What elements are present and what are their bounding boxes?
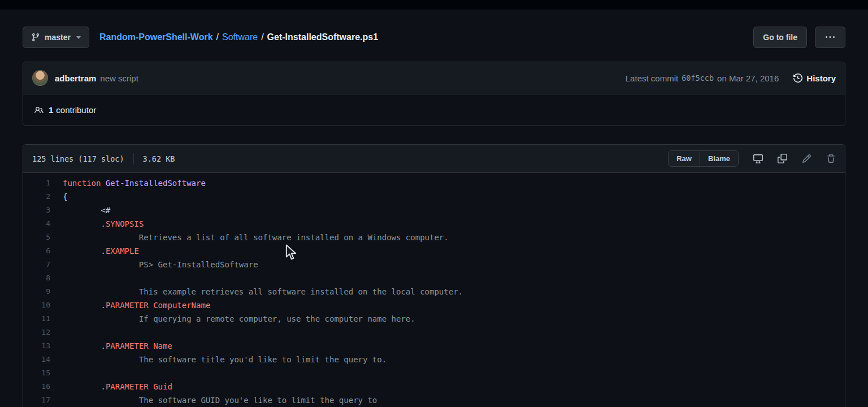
author-avatar[interactable] bbox=[32, 70, 48, 86]
breadcrumb-file-name: Get-InstalledSoftware.ps1 bbox=[267, 32, 379, 42]
code-line: 12 bbox=[23, 326, 845, 339]
code-line: 2{ bbox=[23, 190, 845, 204]
code-text: .PARAMETER Guid bbox=[50, 380, 172, 393]
breadcrumb: Random-PowerShell-Work/Software/Get-Inst… bbox=[99, 32, 378, 42]
code-line: 9 This example retrieves all software in… bbox=[23, 285, 845, 298]
code-line: 5 Retrieves a list of all software insta… bbox=[23, 231, 845, 244]
history-icon bbox=[793, 73, 802, 83]
raw-button[interactable]: Raw bbox=[669, 151, 700, 166]
code-text: PS> Get-InstalledSoftware bbox=[50, 258, 258, 271]
code-text bbox=[50, 326, 63, 339]
commit-sha-link[interactable]: 60f5ccb bbox=[682, 73, 714, 83]
blame-button[interactable]: Blame bbox=[700, 151, 738, 166]
device-desktop-icon bbox=[753, 154, 763, 163]
code-line: 13 .PARAMETER Name bbox=[23, 339, 845, 353]
breadcrumb-folder-link[interactable]: Software bbox=[222, 32, 258, 42]
file-content-box: 125 lines (117 sloc) 3.62 KB Raw Blame bbox=[23, 144, 845, 407]
line-number[interactable]: 2 bbox=[23, 190, 50, 204]
line-number[interactable]: 11 bbox=[23, 312, 50, 326]
code-line: 8 bbox=[23, 271, 845, 285]
line-number[interactable]: 12 bbox=[23, 326, 50, 339]
code-line: 1function Get-InstalledSoftware bbox=[23, 176, 845, 190]
line-number[interactable]: 8 bbox=[23, 271, 50, 285]
commit-message-link[interactable]: new script bbox=[100, 73, 138, 83]
code-text: If querying a remote computer, use the c… bbox=[50, 312, 415, 326]
code-body: 1function Get-InstalledSoftware2{3 <#4 .… bbox=[23, 173, 845, 407]
copy-icon bbox=[778, 154, 787, 163]
breadcrumb-separator: / bbox=[261, 32, 263, 42]
latest-commit-box: adbertram new script Latest commit 60f5c… bbox=[23, 62, 845, 126]
code-line: 3 <# bbox=[23, 204, 845, 217]
line-number[interactable]: 14 bbox=[23, 353, 50, 366]
code-text: The software GUID you'e like to limit th… bbox=[50, 393, 377, 407]
line-number[interactable]: 9 bbox=[23, 285, 50, 298]
raw-blame-button-group: Raw Blame bbox=[668, 150, 739, 167]
commit-author-link[interactable]: adbertram bbox=[55, 73, 96, 83]
code-line: 10 .PARAMETER ComputerName bbox=[23, 298, 845, 312]
code-line: 11 If querying a remote computer, use th… bbox=[23, 312, 845, 326]
code-line: 6 .EXAMPLE bbox=[23, 244, 845, 258]
line-number[interactable]: 13 bbox=[23, 339, 50, 353]
code-line: 14 The software title you'd like to limi… bbox=[23, 353, 845, 366]
line-number[interactable]: 5 bbox=[23, 231, 50, 244]
history-label: History bbox=[806, 73, 836, 83]
edit-file-button[interactable] bbox=[802, 154, 811, 163]
code-text: .EXAMPLE bbox=[50, 244, 139, 258]
code-text: <# bbox=[50, 204, 110, 217]
code-text bbox=[50, 271, 63, 285]
more-options-button[interactable] bbox=[815, 27, 845, 48]
history-link[interactable]: History bbox=[793, 73, 836, 83]
pencil-icon bbox=[802, 154, 811, 163]
line-number[interactable]: 16 bbox=[23, 380, 50, 393]
line-number[interactable]: 10 bbox=[23, 298, 50, 312]
breadcrumb-repo-link[interactable]: Random-PowerShell-Work bbox=[99, 32, 213, 42]
contributors-count: 1 bbox=[49, 105, 53, 115]
code-text: This example retrieves all software inst… bbox=[50, 285, 463, 298]
git-branch-icon bbox=[31, 33, 40, 42]
line-number[interactable]: 15 bbox=[23, 366, 50, 380]
line-number[interactable]: 17 bbox=[23, 393, 50, 407]
code-text: function Get-InstalledSoftware bbox=[50, 176, 206, 190]
file-info: 125 lines (117 sloc) 3.62 KB bbox=[32, 153, 175, 164]
chevron-down-icon bbox=[76, 36, 81, 39]
people-icon bbox=[34, 106, 49, 115]
info-divider bbox=[133, 153, 134, 164]
line-number[interactable]: 1 bbox=[23, 176, 50, 190]
mouse-cursor bbox=[285, 244, 297, 263]
contributors-row[interactable]: 1 contributor bbox=[23, 94, 845, 125]
code-text: Retrieves a list of all software install… bbox=[50, 231, 449, 244]
code-text: .PARAMETER ComputerName bbox=[50, 298, 210, 312]
code-line: 16 .PARAMETER Guid bbox=[23, 380, 845, 393]
commit-date: on Mar 27, 2016 bbox=[717, 73, 779, 83]
line-number[interactable]: 4 bbox=[23, 217, 50, 231]
go-to-file-button[interactable]: Go to file bbox=[753, 27, 807, 48]
global-header-bottom-edge bbox=[0, 0, 868, 10]
latest-commit-header: adbertram new script Latest commit 60f5c… bbox=[23, 62, 845, 94]
code-line: 4 .SYNOPSIS bbox=[23, 217, 845, 231]
code-line: 7 PS> Get-InstalledSoftware bbox=[23, 258, 845, 271]
branch-name: master bbox=[45, 33, 71, 42]
file-nav-row: master Random-PowerShell-Work/Software/G… bbox=[23, 27, 845, 48]
code-text: .SYNOPSIS bbox=[50, 217, 144, 231]
trash-icon bbox=[826, 154, 836, 163]
delete-file-button[interactable] bbox=[826, 154, 836, 163]
latest-commit-label: Latest commit bbox=[626, 73, 678, 83]
code-text: .PARAMETER Name bbox=[50, 339, 172, 353]
file-actions: Raw Blame bbox=[668, 150, 836, 167]
line-number[interactable]: 3 bbox=[23, 204, 50, 217]
code-text bbox=[50, 366, 63, 380]
copy-file-button[interactable] bbox=[778, 154, 787, 163]
contributors-label: contributor bbox=[56, 105, 96, 115]
commit-meta: Latest commit 60f5ccb on Mar 27, 2016 Hi… bbox=[626, 73, 836, 83]
breadcrumb-separator: / bbox=[216, 32, 219, 42]
code-text: { bbox=[50, 190, 67, 204]
line-number[interactable]: 6 bbox=[23, 244, 50, 258]
code-line: 17 The software GUID you'e like to limit… bbox=[23, 393, 845, 407]
file-lines-info: 125 lines (117 sloc) bbox=[32, 154, 124, 163]
branch-selector-button[interactable]: master bbox=[23, 27, 89, 48]
line-number[interactable]: 7 bbox=[23, 258, 50, 271]
code-line: 15 bbox=[23, 366, 845, 380]
file-size-info: 3.62 KB bbox=[143, 154, 175, 163]
open-in-desktop-button[interactable] bbox=[753, 154, 763, 163]
code-text: The software title you'd like to limit t… bbox=[50, 353, 387, 366]
